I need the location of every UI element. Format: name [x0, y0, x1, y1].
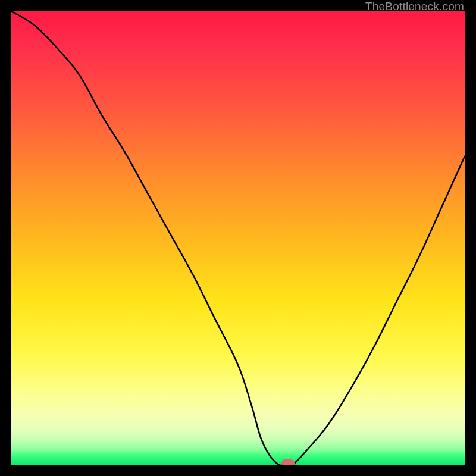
plot-area	[11, 11, 465, 465]
optimal-point-marker	[281, 459, 295, 465]
bottleneck-curve	[11, 11, 465, 465]
chart-frame: TheBottleneck.com	[0, 0, 476, 476]
